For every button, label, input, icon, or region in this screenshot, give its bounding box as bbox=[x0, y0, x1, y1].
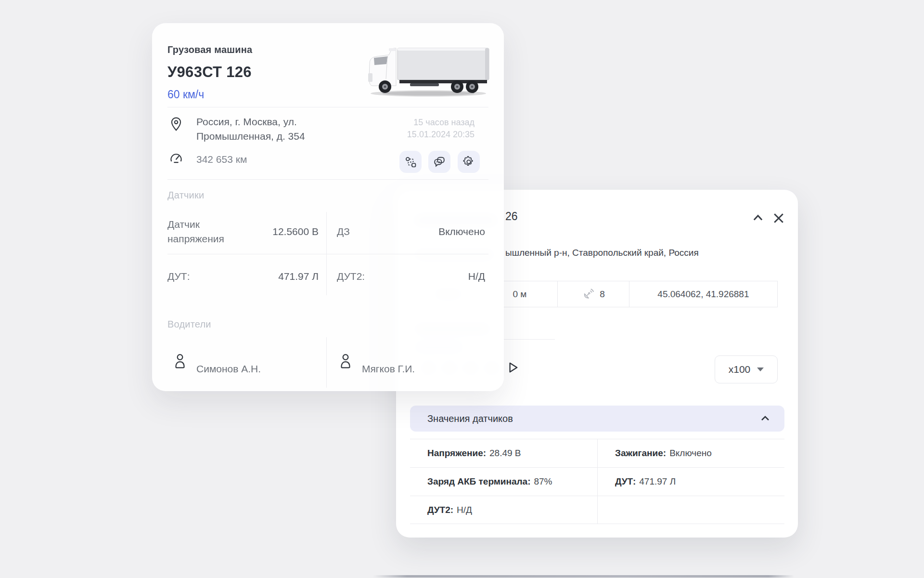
chevron-down-icon bbox=[757, 368, 764, 371]
detail-card-title: 26 bbox=[505, 210, 518, 223]
divider bbox=[167, 107, 488, 107]
last-update-datetime: 15.01.2024 20:35 bbox=[407, 129, 475, 141]
last-update: 15 часов назад 15.01.2024 20:35 bbox=[407, 117, 475, 141]
satellite-icon bbox=[582, 288, 595, 301]
sensor-cell-ignition: Зажигание: Включено bbox=[597, 439, 784, 467]
sensor-value: 28.49 В bbox=[489, 448, 521, 459]
driver-name: Мягков Г.И. bbox=[362, 363, 415, 375]
sensor-cell-fuel2: ДУТ2: Н/Д bbox=[410, 496, 597, 524]
speedometer-icon bbox=[169, 151, 183, 165]
person-icon bbox=[339, 353, 352, 368]
close-icon bbox=[771, 211, 786, 225]
playback-speed-value: x100 bbox=[729, 364, 751, 375]
sensor-label: ДУТ2: bbox=[427, 505, 453, 515]
drivers-section-title: Водители bbox=[167, 319, 211, 330]
sensors-section-title: Датчики bbox=[167, 190, 204, 201]
background-edge-strip bbox=[373, 575, 794, 578]
sensor-cell-fuel1: ДУТ: 471.97 Л bbox=[597, 468, 784, 496]
satellites-count: 8 bbox=[600, 289, 605, 300]
sensor-label: Зажигание: bbox=[615, 448, 666, 459]
truck-image bbox=[362, 44, 492, 100]
settings-button[interactable] bbox=[458, 151, 480, 173]
table-row: Напряжение: 28.49 В Зажигание: Включено bbox=[410, 439, 784, 467]
play-button[interactable] bbox=[504, 359, 521, 376]
table-row: ДУТ2: Н/Д bbox=[410, 496, 784, 524]
sensor-cell-battery: Заряд АКБ терминала: 87% bbox=[410, 468, 597, 496]
chevron-up-icon bbox=[759, 413, 771, 424]
sensor-value: 471.97 Л bbox=[639, 476, 676, 487]
sensor-cell-voltage: Напряжение: 28.49 В bbox=[410, 439, 597, 467]
sensor-cell-empty bbox=[597, 496, 784, 524]
sensor-values-header[interactable]: Значения датчиков bbox=[410, 406, 784, 432]
stats-cell-coordinates: 45.064062, 41.926881 bbox=[629, 281, 777, 307]
vehicle-address: Россия, г. Москва, ул. Промышленная, д. … bbox=[196, 115, 305, 144]
route-icon bbox=[405, 156, 417, 168]
odometer-value: 342 653 км bbox=[196, 154, 247, 165]
sensor-value: 87% bbox=[534, 476, 552, 487]
sensor-values-table: Напряжение: 28.49 В Зажигание: Включено … bbox=[410, 439, 784, 524]
last-update-relative: 15 часов назад bbox=[407, 117, 475, 129]
sensor-value: Включено bbox=[669, 448, 712, 459]
sensor-values-title: Значения датчиков bbox=[427, 413, 513, 424]
vehicle-card: Грузовая машина У963СТ 126 60 км/ч bbox=[152, 23, 504, 391]
playback-speed-select[interactable]: x100 bbox=[715, 355, 778, 383]
table-row: Заряд АКБ терминала: 87% ДУТ: 471.97 Л bbox=[410, 467, 784, 496]
stats-cell-satellites: 8 bbox=[557, 281, 629, 307]
sensor-label: ДУТ: bbox=[615, 476, 636, 487]
sensor-value: Н/Д bbox=[457, 505, 472, 515]
vehicle-plate: У963СТ 126 bbox=[167, 64, 252, 81]
detail-address: ышленный р-н, Ставропольский край, Росси… bbox=[505, 248, 699, 258]
play-icon bbox=[506, 361, 519, 374]
sensor-label: Напряжение: bbox=[427, 448, 486, 459]
sensor-value: Включено bbox=[337, 226, 485, 237]
table-row-divider bbox=[167, 254, 488, 254]
address-line-2: Промышленная, д. 354 bbox=[196, 129, 305, 144]
drivers-column-divider bbox=[326, 337, 327, 388]
close-button[interactable] bbox=[770, 210, 787, 227]
route-button[interactable] bbox=[399, 151, 422, 173]
chevron-up-icon bbox=[751, 211, 765, 225]
location-pin-icon bbox=[169, 117, 183, 132]
collapse-button[interactable] bbox=[749, 210, 767, 227]
divider bbox=[167, 179, 488, 180]
sensor-value: 471.97 Л bbox=[167, 271, 319, 282]
driver-name: Симонов А.Н. bbox=[196, 363, 261, 375]
chat-icon bbox=[433, 156, 446, 168]
sensor-value: Н/Д bbox=[337, 271, 485, 282]
sensor-value: 12.5600 В bbox=[167, 226, 319, 237]
gear-icon bbox=[462, 156, 475, 168]
distance-value: 0 м bbox=[513, 289, 526, 300]
vehicle-speed: 60 км/ч bbox=[167, 88, 204, 101]
address-line-1: Россия, г. Москва, ул. bbox=[196, 115, 305, 129]
person-icon bbox=[173, 353, 187, 368]
messages-button[interactable] bbox=[428, 151, 450, 173]
coordinates-value: 45.064062, 41.926881 bbox=[657, 289, 749, 300]
app-background: 26 ышленный р-н, Ставропольский край, Ро… bbox=[0, 0, 924, 578]
sensor-label: Заряд АКБ терминала: bbox=[427, 476, 530, 487]
vehicle-type-label: Грузовая машина bbox=[167, 44, 252, 55]
